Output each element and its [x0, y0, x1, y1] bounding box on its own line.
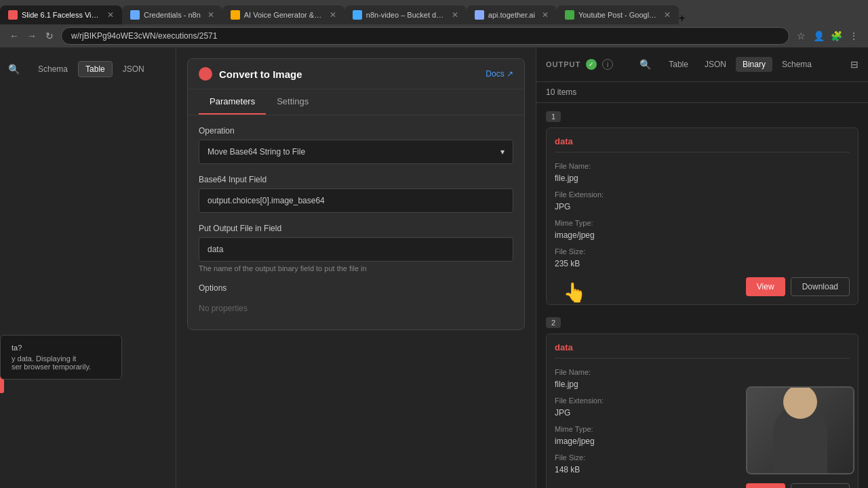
output-field-label: Put Output File in Field [199, 224, 513, 233]
item-field-size-1: File Size: 235 kB [555, 245, 850, 269]
item-card-header-1: data [555, 136, 850, 152]
output-field-input[interactable] [199, 237, 513, 262]
tab-title-slide: Slide 6.1 Faceless Video ... [22, 11, 100, 19]
item-field-mime-1: Mime Type: image/jpeg [555, 216, 850, 241]
webcam-overlay [746, 386, 854, 474]
output-count: 10 items [536, 82, 868, 103]
item-actions-1: View Download [555, 277, 850, 296]
webcam-person-body [773, 405, 827, 473]
output-info-icon[interactable]: i [602, 59, 613, 70]
back-button[interactable]: ← [8, 30, 20, 42]
webcam-person-head [783, 386, 817, 419]
tab-close-together[interactable]: ✕ [542, 10, 549, 20]
options-section: Options No properties [199, 283, 513, 319]
tab-favicon-ai [231, 10, 240, 20]
tab-favicon-together [475, 10, 484, 20]
left-sidebar: 🔍 Schema Table JSON [0, 47, 176, 488]
output-tab-group: Table JSON Binary Schema [656, 54, 824, 75]
sidebar-tab-schema[interactable]: Schema [31, 61, 75, 77]
tab-close-bucket[interactable]: ✕ [452, 10, 458, 20]
operation-select[interactable]: Move Base64 String to File ▾ [199, 140, 513, 164]
tab-title-bucket: n8n-video – Bucket details ... [366, 11, 445, 19]
tab-favicon-creds [130, 10, 140, 20]
node-docs-link[interactable]: Docs ↗ [486, 69, 513, 79]
bookmark-icon[interactable]: ☆ [795, 30, 807, 42]
address-bar: ← → ↻ ☆ 👤 🧩 ⋮ [0, 24, 868, 47]
output-filter-icon[interactable]: ⊟ [850, 59, 859, 70]
tab-bucket[interactable]: n8n-video – Bucket details ... ✕ [344, 5, 467, 24]
output-status-icon: ✓ [586, 59, 597, 70]
tab-favicon-bucket [353, 10, 362, 20]
node-tab-settings[interactable]: Settings [266, 89, 319, 115]
node-tab-parameters[interactable]: Parameters [199, 89, 266, 115]
node-icon [199, 67, 212, 81]
browser-chrome: Slide 6.1 Faceless Video ... ✕ Credentia… [0, 0, 868, 47]
view-button-2[interactable]: View [746, 483, 785, 488]
download-button-1[interactable]: Download [791, 277, 850, 296]
popup-question: ta? [12, 344, 111, 352]
sidebar-tab-json[interactable]: JSON [115, 61, 152, 77]
output-field-group: Put Output File in Field The name of the… [199, 224, 513, 272]
output-tab-binary[interactable]: Binary [736, 57, 772, 72]
operation-field-group: Operation Move Base64 String to File ▾ [199, 126, 513, 164]
center-panel: Convert to Image Docs ↗ Parameters Setti… [176, 47, 536, 488]
output-item-1: 1 data File Name: file.jpg File Extensio… [546, 110, 859, 305]
tab-title-youtube: Youtube Post - Google 試算表 [578, 10, 657, 20]
node-header: Convert to Image Docs ↗ [188, 59, 524, 89]
tab-close-creds[interactable]: ✕ [208, 10, 214, 20]
tab-youtube[interactable]: Youtube Post - Google 試算表 ✕ [557, 5, 679, 24]
tab-ai-voice[interactable]: AI Voice Generator & Text to... ✕ [222, 5, 344, 24]
menu-icon[interactable]: ⋮ [848, 30, 860, 42]
item-card-1: data File Name: file.jpg File Extension:… [546, 127, 859, 305]
extensions-icon[interactable]: 🧩 [830, 30, 842, 42]
output-field-hint: The name of the output binary field to p… [199, 264, 513, 272]
output-tab-schema[interactable]: Schema [775, 57, 818, 72]
tab-title-together: api.together.ai [488, 11, 535, 19]
base64-input[interactable] [199, 188, 513, 213]
sidebar-tab-group: Schema Table JSON [25, 58, 157, 80]
popup-line2: ser browser temporarily. [12, 363, 111, 371]
tab-favicon-youtube [565, 10, 574, 20]
node-card: Convert to Image Docs ↗ Parameters Setti… [187, 58, 525, 330]
data-popup: ta? y data. Displaying it ser browser te… [0, 335, 122, 380]
profile-icon[interactable]: 👤 [812, 30, 825, 42]
chevron-down-icon: ▾ [500, 147, 505, 157]
node-body: Operation Move Base64 String to File ▾ B… [188, 115, 524, 329]
output-title: OUTPUT [546, 60, 580, 68]
node-tab-bar: Parameters Settings [188, 89, 524, 115]
node-title: Convert to Image [219, 68, 302, 80]
options-empty-text: No properties [199, 298, 513, 319]
base64-label: Base64 Input Field [199, 175, 513, 184]
item-number-1: 1 [546, 111, 561, 122]
view-button-1[interactable]: View [746, 277, 785, 296]
sidebar-tab-table[interactable]: Table [78, 61, 113, 77]
output-header: OUTPUT ✓ i 🔍 Table JSON Binary Schema ⊟ [536, 47, 868, 82]
output-tab-json[interactable]: JSON [698, 57, 733, 72]
address-input[interactable] [61, 27, 789, 45]
tab-slide[interactable]: Slide 6.1 Faceless Video ... ✕ [0, 5, 122, 24]
tab-title-creds: Credentials - n8n [144, 11, 201, 19]
output-tab-table[interactable]: Table [662, 57, 695, 72]
popup-line1: y data. Displaying it [12, 354, 111, 363]
main-area: 🔍 Schema Table JSON Convert to Image Doc… [0, 47, 868, 488]
tab-bar: Slide 6.1 Faceless Video ... ✕ Credentia… [0, 0, 868, 24]
tab-together[interactable]: api.together.ai ✕ [467, 5, 557, 24]
forward-button[interactable]: → [26, 30, 38, 42]
tab-title-ai: AI Voice Generator & Text to... [244, 11, 323, 19]
tab-credentials[interactable]: Credentials - n8n ✕ [122, 5, 222, 24]
reload-button[interactable]: ↻ [43, 30, 56, 42]
new-tab-button[interactable]: + [679, 12, 685, 24]
item-field-ext-1: File Extension: JPG [555, 188, 850, 212]
output-search-icon[interactable]: 🔍 [639, 59, 651, 70]
base64-field-group: Base64 Input Field [199, 175, 513, 213]
download-button-2[interactable]: Download [791, 483, 850, 488]
item-actions-2: View Download [555, 483, 850, 488]
sidebar-search-icon[interactable]: 🔍 [8, 64, 20, 75]
item-field-filename-1: File Name: file.jpg [555, 159, 850, 184]
webcam-feed [747, 388, 853, 473]
tab-favicon-slide [8, 10, 18, 20]
tab-close-slide[interactable]: ✕ [107, 10, 114, 20]
item-number-2: 2 [546, 317, 561, 328]
tab-close-ai[interactable]: ✕ [330, 10, 336, 20]
tab-close-youtube[interactable]: ✕ [664, 10, 671, 20]
